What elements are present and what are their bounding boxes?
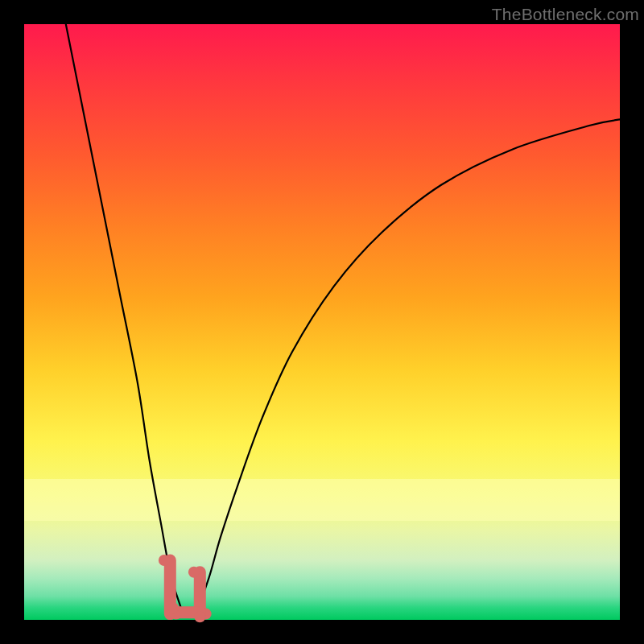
left-red-marker-cap [159,555,170,566]
bottleneck-curve [66,24,620,614]
watermark-text: TheBottleneck.com [492,5,639,24]
right-red-marker-cap [188,567,200,578]
curve-overlay-svg [24,24,620,620]
bottom-red-marker-cap [194,611,205,622]
bottom-red-marker-cap [167,602,179,613]
red-valley-markers [159,555,212,622]
